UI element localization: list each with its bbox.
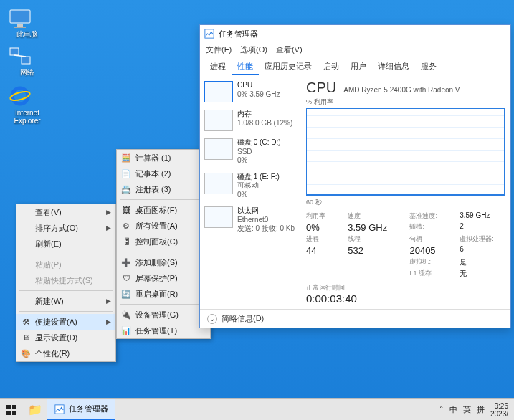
tab-用户[interactable]: 用户 xyxy=(345,58,372,75)
menu-item-icon: 🎨 xyxy=(21,349,31,358)
menu-item-icon: 🎛 xyxy=(121,237,131,246)
menu-item-icon: 📄 xyxy=(121,169,131,178)
sub-item-8[interactable]: ➕添加删除(S) xyxy=(117,254,210,270)
resource-card-3[interactable]: 磁盘 1 (E: F:) 可移动 0% xyxy=(203,171,297,201)
menu-item-label: 查看(V) xyxy=(35,207,62,218)
ctx-item-9[interactable]: 🛠便捷设置(A)▶ xyxy=(16,314,115,330)
file-explorer-pin[interactable]: 📁 xyxy=(23,399,47,420)
cpu-graph[interactable] xyxy=(306,108,505,196)
menu-item-icon: 🛡 xyxy=(121,274,131,282)
task-label: 任务管理器 xyxy=(69,404,108,414)
desktop-icon-ie[interactable]: Internet Explorer xyxy=(9,85,46,125)
val-base: 3.59 GHz xyxy=(460,211,505,221)
desktop-icon-this-pc[interactable]: 此电脑 xyxy=(9,9,46,38)
sub-item-4[interactable]: 🖼桌面图标(F) xyxy=(117,202,210,218)
svg-rect-2 xyxy=(14,27,26,28)
lbl-l1: L1 缓存: xyxy=(409,269,448,279)
menu-item-label: 显示设置(D) xyxy=(35,333,77,343)
tab-服务[interactable]: 服务 xyxy=(415,58,442,75)
sub-item-13[interactable]: 📊任务管理(T) xyxy=(117,323,210,338)
resource-thumb xyxy=(204,173,233,194)
resource-list[interactable]: CPU 0% 3.59 GHz 内存 1.0/8.0 GB (12%) 磁盘 0… xyxy=(200,75,300,309)
resource-thumb xyxy=(204,206,233,228)
titlebar[interactable]: 任务管理器 xyxy=(200,25,510,42)
sub-item-10[interactable]: 🔄重启桌面(R) xyxy=(117,286,210,302)
ie-icon xyxy=(9,85,46,108)
resource-card-4[interactable]: 以太网 Ethernet0 发送: 0 接收: 0 Kbps xyxy=(203,205,297,235)
svg-rect-10 xyxy=(12,405,16,409)
resource-title: 磁盘 1 (E: F:) xyxy=(237,173,280,182)
tab-应用历史记录[interactable]: 应用历史记录 xyxy=(259,58,318,75)
menu-item-label: 记事本 (2) xyxy=(135,168,171,179)
svg-rect-11 xyxy=(6,411,11,415)
desktop-icon-network[interactable]: 网络 xyxy=(9,47,46,76)
menubar[interactable]: 文件(F)选项(O)查看(V) xyxy=(200,42,510,57)
sub-item-2[interactable]: 📇注册表 (3) xyxy=(117,181,210,197)
icon-label: Internet Explorer xyxy=(9,109,46,125)
start-button[interactable] xyxy=(0,399,23,420)
ctx-item-7[interactable]: 新建(W)▶ xyxy=(16,293,115,309)
resource-thumb xyxy=(204,138,233,160)
sub-item-0[interactable]: 🧮计算器 (1) xyxy=(117,150,210,166)
ctx-item-10[interactable]: 🖥显示设置(D) xyxy=(16,330,115,345)
resource-card-1[interactable]: 内存 1.0/8.0 GB (12%) xyxy=(203,108,297,133)
menu-item-icon: 📊 xyxy=(121,326,131,335)
brief-info-link[interactable]: 简略信息(D) xyxy=(222,313,264,324)
this-pc-icon xyxy=(9,9,46,29)
ctx-item-2[interactable]: 刷新(E) xyxy=(16,236,115,252)
icon-label: 网络 xyxy=(9,68,46,76)
sub-item-9[interactable]: 🛡屏幕保护(P) xyxy=(117,270,210,286)
ctx-item-1[interactable]: 排序方式(O)▶ xyxy=(16,220,115,236)
sub-item-1[interactable]: 📄记事本 (2) xyxy=(117,166,210,181)
menu-item-icon: ➕ xyxy=(121,258,131,267)
collapse-icon[interactable]: ⌄ xyxy=(207,314,217,324)
tabstrip[interactable]: 进程性能应用历史记录启动用户详细信息服务 xyxy=(200,58,510,75)
menu-2[interactable]: 查看(V) xyxy=(276,44,303,55)
menu-item-label: 粘贴(P) xyxy=(35,259,62,270)
tab-性能[interactable]: 性能 xyxy=(232,58,259,75)
tab-启动[interactable]: 启动 xyxy=(318,58,345,75)
resource-card-2[interactable]: 磁盘 0 (C: D:) SSD 0% xyxy=(203,137,297,167)
val-proc: 44 xyxy=(306,245,336,256)
resource-sub2: 0% xyxy=(237,156,281,166)
taskbar[interactable]: 📁 任务管理器 ˄ 中 英 拼 9:26 2023/ xyxy=(0,398,514,420)
menu-item-label: 任务管理(T) xyxy=(135,325,177,336)
sub-item-5[interactable]: ⚙所有设置(A) xyxy=(117,218,210,234)
window-title: 任务管理器 xyxy=(219,29,258,39)
resource-sub: SSD xyxy=(237,148,281,157)
val-handles: 20405 xyxy=(409,245,448,256)
sub-item-12[interactable]: 🔌设备管理(G) xyxy=(117,307,210,323)
system-tray[interactable]: ˄ 中 英 拼 9:26 2023/ xyxy=(434,402,514,418)
ime-mode-2[interactable]: 拼 xyxy=(477,404,485,415)
task-manager-icon xyxy=(204,29,214,39)
ime-lang[interactable]: 中 xyxy=(449,404,457,415)
lbl-virt: 虚拟处理器: xyxy=(460,234,505,244)
submenu-arrow-icon: ▶ xyxy=(106,224,111,232)
resource-card-0[interactable]: CPU 0% 3.59 GHz xyxy=(203,80,297,104)
lbl-util: 利用率 xyxy=(306,211,336,221)
quick-settings-submenu[interactable]: 🧮计算器 (1)📄记事本 (2)📇注册表 (3)🖼桌面图标(F)⚙所有设置(A)… xyxy=(116,149,211,339)
val-vm: 是 xyxy=(460,257,505,267)
svg-point-6 xyxy=(12,88,28,104)
menu-item-label: 排序方式(O) xyxy=(35,223,78,234)
ctx-item-11[interactable]: 🎨个性化(R) xyxy=(16,345,115,361)
tab-进程[interactable]: 进程 xyxy=(204,58,232,75)
ime-mode-1[interactable]: 英 xyxy=(463,404,471,415)
menu-0[interactable]: 文件(F) xyxy=(206,44,232,55)
menu-1[interactable]: 选项(O) xyxy=(240,44,267,55)
clock[interactable]: 9:26 2023/ xyxy=(490,402,508,418)
tray-chevron-icon[interactable]: ˄ xyxy=(439,405,444,414)
taskbar-task-manager[interactable]: 任务管理器 xyxy=(47,399,115,420)
ctx-item-0[interactable]: 查看(V)▶ xyxy=(16,204,115,220)
sub-item-6[interactable]: 🎛控制面板(C) xyxy=(117,234,210,249)
uptime-label: 正常运行时间 xyxy=(306,283,505,292)
menu-item-label: 添加删除(S) xyxy=(135,257,178,268)
submenu-arrow-icon: ▶ xyxy=(106,209,111,216)
footer: ⌄ 简略信息(D) xyxy=(200,309,510,328)
resource-thumb xyxy=(204,110,233,131)
desktop-context-menu[interactable]: 查看(V)▶排序方式(O)▶刷新(E)粘贴(P)粘贴快捷方式(S)新建(W)▶🛠… xyxy=(16,204,116,362)
menu-item-label: 个性化(R) xyxy=(35,348,70,359)
menu-item-label: 设备管理(G) xyxy=(135,310,179,320)
tab-详细信息[interactable]: 详细信息 xyxy=(372,58,415,75)
lbl-sockets: 插槽: xyxy=(409,222,448,233)
